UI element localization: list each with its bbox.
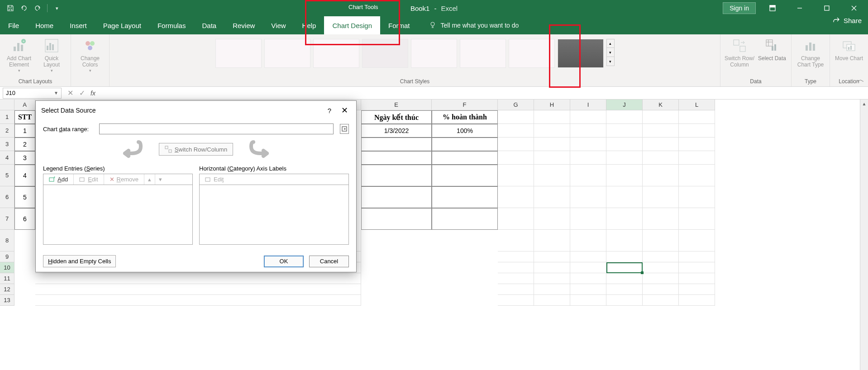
cell-L9[interactable] xyxy=(679,251,715,262)
col-header-J[interactable]: J xyxy=(606,100,643,110)
cell-H4[interactable] xyxy=(534,151,570,165)
row-header-3[interactable]: 3 xyxy=(0,138,14,151)
cell-I1[interactable] xyxy=(570,110,606,124)
cell-J5[interactable] xyxy=(606,165,643,186)
chart-style-4[interactable] xyxy=(362,39,408,68)
cell-I5[interactable] xyxy=(570,165,606,186)
row-header-13[interactable]: 13 xyxy=(0,295,14,306)
cell-A5[interactable]: 4 xyxy=(14,165,35,186)
row-header-5[interactable]: 5 xyxy=(0,165,14,186)
cell-I4[interactable] xyxy=(570,151,606,165)
cell-I9[interactable] xyxy=(570,251,606,262)
col-header-E[interactable]: E xyxy=(361,100,432,110)
tab-help[interactable]: Help xyxy=(294,16,324,34)
styles-scroll-down[interactable]: ▾ xyxy=(606,48,615,57)
share-button[interactable]: Share xyxy=(833,16,862,25)
cell-F4[interactable] xyxy=(432,151,498,165)
cell-L10[interactable] xyxy=(679,262,715,273)
axis-labels-list[interactable] xyxy=(199,185,349,245)
tab-view[interactable]: View xyxy=(263,16,294,34)
switch-row-column-dialog-button[interactable]: Switch Row/Column xyxy=(159,143,233,156)
col-header-A[interactable]: A xyxy=(14,100,35,110)
minimize-icon[interactable] xyxy=(789,0,810,16)
cell-A7[interactable]: 6 xyxy=(14,208,35,230)
cell-K9[interactable] xyxy=(643,251,679,262)
cell-K13[interactable] xyxy=(643,295,679,306)
ribbon-display-icon[interactable] xyxy=(762,0,783,16)
collapse-ribbon-icon[interactable]: ︿ xyxy=(857,75,864,85)
legend-move-up-button[interactable]: ▴ xyxy=(144,174,155,185)
cell-G2[interactable] xyxy=(498,124,534,138)
fx-icon[interactable]: fx xyxy=(91,90,95,97)
cell-J9[interactable] xyxy=(606,251,643,262)
row-header-7[interactable]: 7 xyxy=(0,208,14,230)
cell-E2[interactable]: 1/3/2022 xyxy=(361,124,432,138)
cell-F5[interactable] xyxy=(432,165,498,186)
quick-layout-button[interactable]: Quick Layout▾ xyxy=(36,36,67,73)
cell-A3[interactable]: 2 xyxy=(14,138,35,151)
cell-H2[interactable] xyxy=(534,124,570,138)
cell-J3[interactable] xyxy=(606,138,643,151)
cell-H8[interactable] xyxy=(534,230,570,251)
cell-E1[interactable]: Ngày kết thúc xyxy=(361,110,432,124)
change-chart-type-button[interactable]: Change Chart Type xyxy=(795,36,826,68)
cell-G6[interactable] xyxy=(498,186,534,208)
row-header-2[interactable]: 2 xyxy=(0,124,14,138)
cell-L2[interactable] xyxy=(679,124,715,138)
row-header-10[interactable]: 10 xyxy=(0,262,14,273)
cell-H5[interactable] xyxy=(534,165,570,186)
row-header-9[interactable]: 9 xyxy=(0,251,14,262)
cell-H7[interactable] xyxy=(534,208,570,230)
close-icon[interactable] xyxy=(844,0,864,16)
cell-I2[interactable] xyxy=(570,124,606,138)
dialog-close-icon[interactable]: ✕ xyxy=(339,104,351,116)
cell-J7[interactable] xyxy=(606,208,643,230)
cell-L3[interactable] xyxy=(679,138,715,151)
sign-in-button[interactable]: Sign in xyxy=(723,2,756,14)
cell-A1[interactable]: STT xyxy=(14,110,35,124)
col-header-I[interactable]: I xyxy=(570,100,606,110)
cell-G10[interactable] xyxy=(498,262,534,273)
tab-file[interactable]: File xyxy=(0,16,27,34)
change-colors-button[interactable]: Change Colors▾ xyxy=(75,36,105,73)
cell-F1[interactable]: % hoàn thành xyxy=(432,110,498,124)
cell-H3[interactable] xyxy=(534,138,570,151)
cell-K2[interactable] xyxy=(643,124,679,138)
cell-K5[interactable] xyxy=(643,165,679,186)
row-header-4[interactable]: 4 xyxy=(0,151,14,165)
cell-F2[interactable]: 100% xyxy=(432,124,498,138)
styles-scroll-up[interactable]: ▴ xyxy=(606,39,615,48)
cell-H1[interactable] xyxy=(534,110,570,124)
cell-A4[interactable]: 3 xyxy=(14,151,35,165)
vertical-scrollbar[interactable]: ▲ xyxy=(860,100,868,370)
cell-K10[interactable] xyxy=(643,262,679,273)
col-header-L[interactable]: L xyxy=(679,100,715,110)
cell-K1[interactable] xyxy=(643,110,679,124)
tab-review[interactable]: Review xyxy=(224,16,263,34)
cell-E7[interactable] xyxy=(361,208,432,230)
cell-J1[interactable] xyxy=(606,110,643,124)
col-header-H[interactable]: H xyxy=(534,100,570,110)
cell-E5[interactable] xyxy=(361,165,432,186)
legend-entries-list[interactable] xyxy=(43,185,193,245)
legend-edit-button[interactable]: Edit xyxy=(74,174,104,185)
cell-B11[interactable] xyxy=(35,273,361,284)
cancel-formula-icon[interactable]: ✕ xyxy=(64,88,76,98)
chart-style-5[interactable] xyxy=(411,39,457,68)
cell-I7[interactable] xyxy=(570,208,606,230)
tell-me-search[interactable]: Tell me what you want to do xyxy=(429,16,519,34)
cell-G8[interactable] xyxy=(498,230,534,251)
tab-chart-design[interactable]: Chart Design xyxy=(324,16,380,34)
cell-L11[interactable] xyxy=(679,273,715,284)
cell-I3[interactable] xyxy=(570,138,606,151)
cell-J4[interactable] xyxy=(606,151,643,165)
add-chart-element-button[interactable]: + Add Chart Element▾ xyxy=(4,36,34,73)
chart-style-3[interactable] xyxy=(313,39,359,68)
select-all-corner[interactable] xyxy=(0,100,14,110)
axis-edit-button[interactable]: Edit xyxy=(200,174,229,185)
cell-L7[interactable] xyxy=(679,208,715,230)
cell-A6[interactable]: 5 xyxy=(14,186,35,208)
cell-I6[interactable] xyxy=(570,186,606,208)
qat-customize-icon[interactable]: ▾ xyxy=(53,4,61,12)
scroll-up-icon[interactable]: ▲ xyxy=(860,100,868,108)
